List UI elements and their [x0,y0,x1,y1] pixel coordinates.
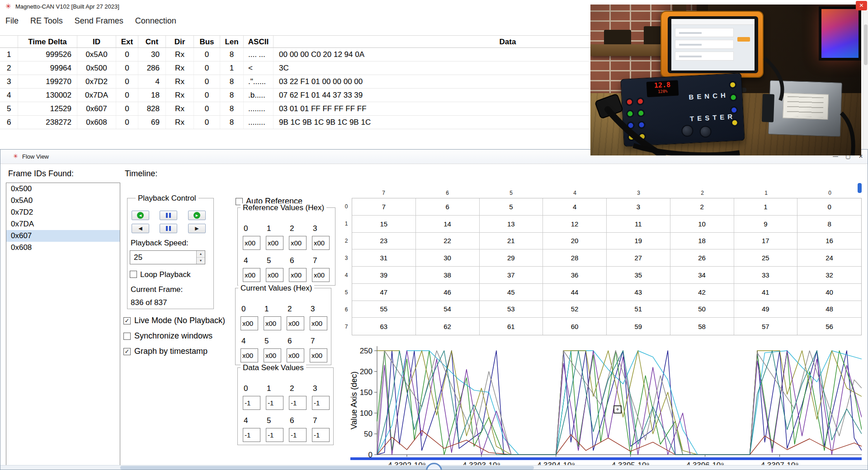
frame-id-item[interactable]: 0x608 [6,242,120,254]
bit-cell[interactable]: 43 [607,284,670,301]
bit-cell[interactable]: 16 [797,233,861,250]
bit-cell[interactable]: 9 [734,216,798,233]
bit-cell[interactable]: 52 [543,301,607,318]
step-forward-button[interactable]: ▶ [188,224,206,233]
hex-value-input[interactable] [241,348,258,362]
synchronize-checkbox[interactable] [123,333,131,340]
hex-value-input[interactable] [312,236,330,250]
playback-speed-input[interactable] [130,251,196,264]
bit-cell[interactable]: 63 [352,318,416,335]
col-id[interactable]: ID [77,36,116,47]
bit-cell[interactable]: 39 [352,267,416,284]
bit-cell[interactable]: 30 [416,249,480,267]
bit-cell[interactable]: 33 [734,267,798,284]
bit-cell[interactable]: 53 [480,301,543,318]
bit-cell[interactable]: 51 [607,301,670,318]
col-len[interactable]: Len [220,36,244,47]
col-ext[interactable]: Ext [116,36,138,47]
bit-cell[interactable]: 45 [480,284,543,301]
hex-value-input[interactable] [266,428,283,442]
hex-value-input[interactable] [264,316,281,330]
frame-id-item[interactable]: 0x607 [6,230,120,242]
bit-cell[interactable]: 20 [543,233,607,250]
hex-value-input[interactable] [266,396,283,410]
bit-cell[interactable]: 61 [480,318,543,335]
bit-cell[interactable]: 55 [352,301,416,318]
hex-value-input[interactable] [289,428,307,442]
bit-cell[interactable]: 3 [607,198,670,216]
col-time-delta[interactable]: Time Delta [18,36,77,47]
live-mode-checkbox[interactable] [123,317,131,324]
step-back-button[interactable]: ◀ [132,224,149,233]
frame-id-item[interactable]: 0x7DA [6,218,120,230]
hex-value-input[interactable] [312,396,330,410]
bit-cell[interactable]: 10 [670,216,734,233]
hex-value-input[interactable] [266,236,283,250]
hex-value-input[interactable] [243,236,260,250]
bit-cell[interactable]: 59 [607,318,670,335]
bit-cell[interactable]: 40 [797,284,861,301]
bit-cell[interactable]: 38 [416,267,480,284]
spin-down-button[interactable]: ▼ [197,258,205,264]
hex-value-input[interactable] [312,428,330,442]
bit-cell[interactable]: 2 [670,198,734,216]
hex-value-input[interactable] [289,236,307,250]
hex-value-input[interactable] [310,316,327,330]
bit-cell[interactable]: 26 [670,249,734,267]
frame-id-item[interactable]: 0x5A0 [6,195,120,207]
bit-cell[interactable]: 57 [734,318,798,335]
bit-cell[interactable]: 36 [543,267,607,284]
spin-up-button[interactable]: ▲ [197,251,205,258]
graph-by-timestamp-checkbox[interactable] [123,348,131,355]
hex-value-input[interactable] [289,268,307,282]
menu-re-tools[interactable]: RE Tools [30,14,63,28]
bit-cell[interactable]: 32 [797,267,861,284]
bit-cell[interactable]: 4 [543,198,607,216]
hex-value-input[interactable] [289,396,307,410]
menu-connection[interactable]: Connection [135,14,176,28]
menu-file[interactable]: File [5,14,19,28]
hex-value-input[interactable] [241,316,258,330]
bit-cell[interactable]: 54 [416,301,480,318]
col-cnt[interactable]: Cnt [138,36,166,47]
bit-cell[interactable]: 15 [352,216,416,233]
hex-value-input[interactable] [287,348,304,362]
bit-cell[interactable]: 41 [734,284,798,301]
bit-cell[interactable]: 29 [480,249,543,267]
bit-cell[interactable]: 46 [416,284,480,301]
bit-cell[interactable]: 8 [797,216,861,233]
hex-value-input[interactable] [243,396,260,410]
bit-cell[interactable]: 12 [543,216,607,233]
bit-cell[interactable]: 0 [797,198,861,216]
bit-cell[interactable]: 19 [607,233,670,250]
loop-playback-checkbox[interactable] [130,271,137,278]
frame-id-list[interactable]: 0x5000x5A00x7D20x7DA0x6070x608 [6,183,120,465]
bit-cell[interactable]: 34 [670,267,734,284]
bit-cell[interactable]: 50 [670,301,734,318]
frame-id-item[interactable]: 0x500 [6,183,120,195]
bit-cell[interactable]: 62 [416,318,480,335]
pause-button[interactable] [160,211,177,220]
close-button[interactable]: ✕ [856,1,867,10]
bit-cell[interactable]: 44 [543,284,607,301]
main-scrollbar[interactable] [863,11,868,155]
bit-cell[interactable]: 21 [480,233,543,250]
col-ascii[interactable]: ASCII [244,36,274,47]
bit-cell[interactable]: 28 [543,249,607,267]
hex-value-input[interactable] [243,268,260,282]
bit-cell[interactable]: 7 [352,198,416,216]
hex-value-input[interactable] [243,428,260,442]
menu-send-frames[interactable]: Send Frames [75,14,123,28]
hex-value-input[interactable] [287,316,304,330]
bit-cell[interactable]: 17 [734,233,798,250]
bit-cell[interactable]: 25 [734,249,798,267]
pause-button-2[interactable] [160,224,177,233]
bit-cell[interactable]: 5 [480,198,543,216]
bit-cell[interactable]: 14 [416,216,480,233]
bit-cell[interactable]: 23 [352,233,416,250]
bit-cell[interactable]: 27 [607,249,670,267]
bit-cell[interactable]: 18 [670,233,734,250]
hex-value-input[interactable] [312,268,330,282]
frame-id-item[interactable]: 0x7D2 [6,207,120,218]
hex-value-input[interactable] [266,268,283,282]
